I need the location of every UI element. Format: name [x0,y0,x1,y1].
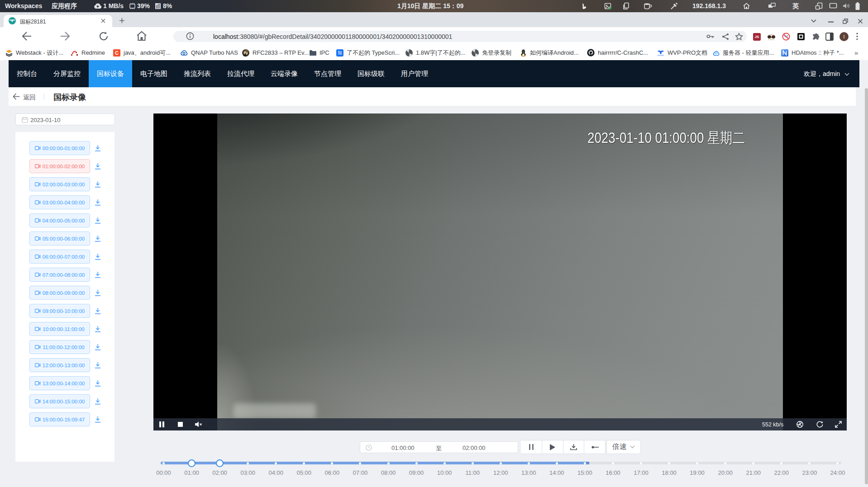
svg-text:WVP·PRO: WVP·PRO [658,54,664,56]
